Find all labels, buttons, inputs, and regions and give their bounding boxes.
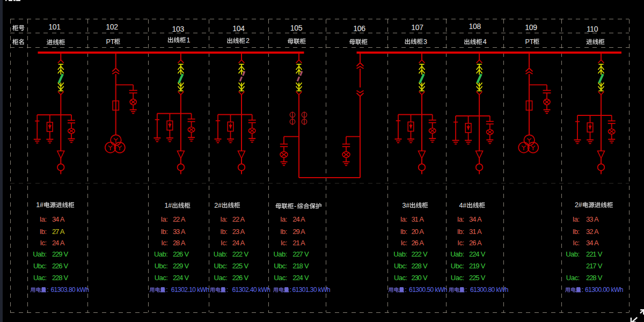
svg-text:Ubc:: Ubc: (155, 262, 168, 270)
svg-text:32 A: 32 A (586, 228, 599, 236)
svg-text:3#: 3# (402, 202, 409, 209)
svg-text:31 A: 31 A (469, 228, 482, 236)
svg-text:Ic:: Ic: (221, 239, 227, 247)
svg-text:226 V: 226 V (52, 262, 69, 270)
svg-text:28 A: 28 A (173, 239, 186, 247)
svg-text:4#: 4# (459, 202, 467, 209)
svg-text:23 A: 23 A (232, 228, 245, 236)
svg-text:228 V: 228 V (411, 262, 428, 270)
svg-text:22 A: 22 A (173, 215, 186, 223)
svg-text:Ubc:: Ubc: (274, 262, 287, 270)
svg-text:104: 104 (232, 24, 245, 33)
svg-text:4: 4 (483, 38, 487, 46)
svg-text:225 V: 225 V (232, 262, 249, 270)
svg-text:24 A: 24 A (292, 215, 305, 223)
svg-text:Ia:: Ia: (400, 215, 407, 223)
svg-text:2#: 2# (575, 201, 582, 209)
svg-text::: : (166, 286, 167, 294)
svg-text::: : (226, 286, 228, 294)
svg-text:Ic:: Ic: (400, 239, 407, 247)
svg-text:Ia:: Ia: (40, 215, 47, 223)
svg-text:33 A: 33 A (173, 228, 186, 236)
svg-text:61301.30 kWh: 61301.30 kWh (292, 286, 330, 294)
svg-text:PT: PT (525, 38, 534, 46)
svg-text:34 A: 34 A (586, 239, 599, 247)
svg-text:108: 108 (469, 22, 481, 31)
svg-text:228 V: 228 V (586, 274, 603, 282)
svg-text:Ib:: Ib: (280, 228, 287, 236)
svg-text:34 A: 34 A (469, 215, 482, 223)
svg-text:24 A: 24 A (52, 239, 65, 247)
svg-text:Uab:: Uab: (450, 250, 464, 258)
svg-text:Uab:: Uab: (393, 250, 407, 258)
svg-text:Ib:: Ib: (40, 228, 47, 236)
svg-text:34 A: 34 A (52, 215, 65, 223)
svg-text:26 A: 26 A (469, 239, 482, 247)
svg-text:Ia:: Ia: (280, 215, 287, 223)
svg-text:222 V: 222 V (232, 250, 249, 258)
svg-text:PT: PT (106, 38, 115, 46)
svg-text:31 A: 31 A (411, 215, 424, 223)
svg-text::: : (47, 286, 48, 294)
svg-text:225 V: 225 V (469, 274, 486, 282)
svg-text:Ubc:: Ubc: (33, 262, 47, 270)
svg-text:1#: 1# (36, 201, 43, 209)
svg-text:3: 3 (423, 38, 427, 46)
svg-text::: : (465, 286, 467, 294)
svg-text:29 A: 29 A (292, 228, 305, 236)
svg-text:110: 110 (587, 25, 598, 33)
svg-text:Uab:: Uab: (273, 250, 287, 258)
svg-text:219 V: 219 V (469, 262, 486, 270)
svg-text:61302.10 kWh: 61302.10 kWh (171, 286, 209, 294)
svg-text:107: 107 (411, 23, 423, 32)
svg-text:Ubc:: Ubc: (394, 262, 407, 270)
svg-text:Ic:: Ic: (457, 239, 464, 247)
svg-text:2: 2 (246, 37, 250, 45)
svg-text:Uac:: Uac: (214, 274, 228, 282)
svg-text:Ic:: Ic: (161, 239, 167, 247)
svg-text:Ib:: Ib: (457, 228, 464, 236)
svg-text:Uab:: Uab: (33, 250, 46, 258)
svg-text:224 V: 224 V (292, 274, 309, 282)
svg-text:Ia:: Ia: (160, 215, 167, 223)
svg-text:61300.50 kWh: 61300.50 kWh (409, 286, 447, 294)
svg-text:33 A: 33 A (586, 215, 599, 223)
svg-text:Ib:: Ib: (400, 228, 407, 236)
svg-text:Ubc:: Ubc: (451, 262, 464, 270)
svg-text:226 V: 226 V (232, 274, 249, 282)
svg-text:27 A: 27 A (52, 228, 65, 236)
svg-text:Ib:: Ib: (160, 228, 167, 236)
svg-text:Ic:: Ic: (281, 239, 287, 247)
svg-text:229 V: 229 V (173, 262, 189, 270)
svg-text:217 V: 217 V (586, 262, 603, 270)
svg-text:226 V: 226 V (173, 250, 189, 258)
svg-text:224 V: 224 V (173, 274, 189, 282)
svg-text::: : (290, 286, 291, 294)
svg-text:109: 109 (525, 23, 537, 32)
svg-text:218 V: 218 V (292, 262, 309, 270)
svg-text:227 V: 227 V (292, 250, 309, 258)
svg-text:Uac:: Uac: (451, 274, 464, 282)
svg-text:221 V: 221 V (586, 250, 603, 258)
svg-text::: : (405, 286, 406, 294)
svg-text:1: 1 (186, 36, 190, 44)
svg-text:61303.80 kWh: 61303.80 kWh (51, 286, 89, 294)
svg-text:Ic:: Ic: (573, 239, 579, 247)
svg-text:26 A: 26 A (411, 239, 424, 247)
svg-text:Uac:: Uac: (155, 274, 168, 282)
svg-text:61300.00 kWh: 61300.00 kWh (585, 286, 623, 294)
svg-text:Ib:: Ib: (573, 228, 580, 236)
svg-text:Uab:: Uab: (566, 250, 579, 258)
svg-text:Ia:: Ia: (457, 215, 464, 223)
svg-text:61302.40 kWh: 61302.40 kWh (232, 286, 270, 294)
svg-text:Ib:: Ib: (220, 228, 227, 236)
svg-text:Ia:: Ia: (220, 215, 227, 223)
svg-text:224 V: 224 V (469, 250, 486, 258)
svg-text:Uab:: Uab: (214, 250, 227, 258)
svg-text:103: 103 (172, 25, 185, 33)
svg-text:Uab:: Uab: (154, 250, 167, 258)
svg-text:61300.80 kWh: 61300.80 kWh (470, 286, 508, 294)
svg-text:229 V: 229 V (52, 250, 69, 258)
svg-text:105: 105 (290, 24, 303, 32)
svg-text:101: 101 (48, 23, 61, 31)
